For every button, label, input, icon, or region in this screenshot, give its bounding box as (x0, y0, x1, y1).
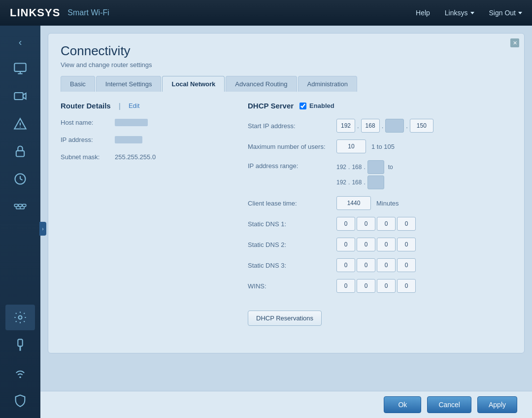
dhcp-enabled-text: Enabled (309, 102, 334, 109)
section-divider: | (119, 102, 121, 110)
dns2-part2[interactable] (357, 238, 375, 251)
help-link[interactable]: Help (416, 9, 430, 17)
dns2-part3[interactable] (377, 238, 396, 251)
sidebar-item-schedule[interactable] (5, 166, 35, 192)
dns1-part4[interactable] (397, 217, 416, 231)
start-ip-label: Start IP address: (248, 122, 336, 130)
panel-close-button[interactable]: ✕ (510, 38, 519, 47)
wins-row: WINS: (248, 279, 512, 293)
dns2-label: Static DNS 2: (248, 241, 336, 248)
max-users-range: 1 to 105 (371, 143, 395, 150)
sidebar-item-settings[interactable] (5, 305, 35, 330)
max-users-row: Maximum number of users: 1 to 105 (248, 139, 512, 153)
subnet-mask-row: Subnet mask: 255.255.255.0 (61, 153, 228, 161)
dns3-label: Static DNS 3: (248, 262, 336, 269)
ip-range-label: IP address range: (248, 160, 336, 170)
dhcp-reservations-button[interactable]: DHCP Reservations (248, 311, 322, 326)
svg-rect-3 (14, 93, 23, 100)
start-ip-part2: 168 (361, 119, 380, 133)
host-name-label: Host name: (61, 119, 115, 126)
dns1-row: Static DNS 1: (248, 217, 512, 231)
tab-internet-settings[interactable]: Internet Settings (96, 76, 162, 92)
router-details-edit-link[interactable]: Edit (129, 102, 139, 109)
start-ip-part4[interactable]: 150 (410, 119, 433, 133)
sidebar-expand-button[interactable]: › (39, 222, 46, 236)
wins-group (336, 279, 416, 293)
cancel-button[interactable]: Cancel (427, 396, 471, 413)
logo-sub: Smart Wi-Fi (67, 8, 109, 17)
host-name-value: Links•••••••• (115, 119, 148, 126)
wins-part4[interactable] (397, 279, 416, 293)
wins-part1[interactable] (336, 279, 355, 293)
svg-rect-20 (18, 339, 22, 346)
sidebar-item-network[interactable] (5, 194, 35, 219)
lock-icon (13, 144, 27, 158)
tab-advanced-routing[interactable]: Advanced Routing (226, 76, 297, 92)
lease-time-input[interactable] (336, 196, 371, 210)
max-users-input[interactable] (336, 139, 366, 153)
ip-range-from-line: 192 . 168 . to (336, 160, 394, 174)
dhcp-reservations-container: DHCP Reservations (248, 302, 512, 326)
alert-icon (13, 117, 27, 131)
sidebar-item-media[interactable] (5, 83, 35, 109)
wifi-icon (13, 366, 27, 380)
dns2-part4[interactable] (397, 238, 416, 251)
network-icon (13, 200, 27, 213)
start-ip-row: Start IP address: 192 . 168 . . 150 (248, 119, 512, 133)
wins-part2[interactable] (357, 279, 375, 293)
lease-time-suffix: Minutes (376, 200, 399, 207)
panel-header: Connectivity View and change router sett… (48, 34, 524, 73)
dhcp-enabled-label[interactable]: Enabled (299, 102, 334, 109)
dns3-part1[interactable] (336, 258, 355, 272)
ip-range-to-line: 192 . 168 . (336, 175, 394, 189)
sidebar-back-button[interactable]: ‹ (0, 31, 40, 54)
max-users-label: Maximum number of users: (248, 143, 336, 150)
user-menu[interactable]: Linksys (445, 9, 474, 17)
signout-link[interactable]: Sign Out (489, 9, 522, 17)
max-users-group: 1 to 105 (336, 139, 395, 153)
dns3-part4[interactable] (397, 258, 416, 272)
tab-administration[interactable]: Administration (298, 76, 357, 92)
left-column: Router Details | Edit Host name: Links••… (61, 102, 228, 326)
signout-arrow (518, 12, 522, 14)
bottom-bar: Ok Cancel Apply (40, 391, 532, 418)
wins-label: WINS: (248, 282, 336, 290)
subnet-mask-value: 255.255.255.0 (115, 153, 156, 161)
start-ip-part3[interactable] (385, 119, 404, 133)
logo: LINKSYS (10, 6, 60, 19)
dns2-group (336, 238, 416, 251)
dns3-part3[interactable] (377, 258, 396, 272)
dhcp-header: DHCP Server Enabled (248, 102, 512, 110)
dns2-part1[interactable] (336, 238, 355, 251)
lease-time-label: Client lease time: (248, 200, 336, 207)
svg-line-11 (20, 179, 23, 180)
dns1-part2[interactable] (357, 217, 375, 231)
sidebar-item-dashboard[interactable] (5, 56, 35, 81)
sidebar-item-alerts[interactable] (5, 111, 35, 137)
wins-part3[interactable] (377, 279, 396, 293)
tabs-bar: Basic Internet Settings Local Network Ad… (48, 76, 524, 92)
sidebar-item-tools[interactable] (5, 332, 35, 358)
panel: ✕ Connectivity View and change router se… (48, 33, 525, 353)
ok-button[interactable]: Ok (384, 396, 421, 413)
sidebar-item-shield[interactable] (5, 387, 35, 413)
ip-range-to-part (367, 175, 384, 189)
clock-icon (13, 172, 27, 186)
apply-button[interactable]: Apply (477, 396, 517, 413)
user-dropdown-arrow (470, 12, 474, 14)
dhcp-enabled-checkbox[interactable] (299, 103, 306, 109)
tab-basic[interactable]: Basic (61, 76, 95, 92)
panel-title: Connectivity (61, 43, 512, 59)
ip-address-row: IP address: ••• •••.•.••• (61, 136, 228, 143)
svg-rect-13 (19, 204, 22, 207)
dns1-part1[interactable] (336, 217, 355, 231)
sidebar-item-security[interactable] (5, 139, 35, 164)
dns1-part3[interactable] (377, 217, 396, 231)
sidebar: ‹ (0, 26, 40, 418)
shield-icon (13, 393, 27, 407)
sidebar-gear-section: › (0, 305, 40, 418)
dns3-part2[interactable] (357, 258, 375, 272)
sidebar-item-wifi[interactable] (5, 360, 35, 385)
tab-local-network[interactable]: Local Network (162, 76, 225, 92)
svg-point-19 (19, 316, 22, 319)
